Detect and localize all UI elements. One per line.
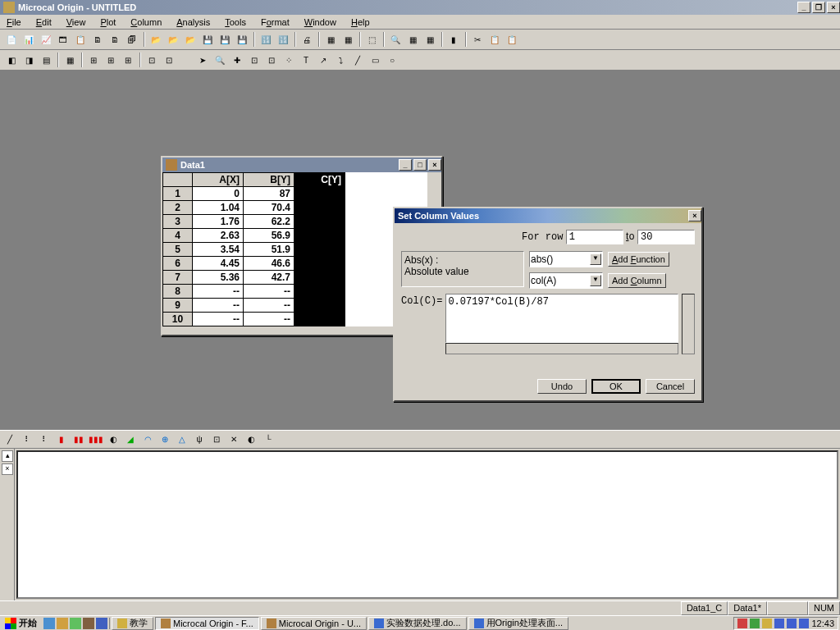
cell-b[interactable]: 56.9 [244, 229, 294, 243]
results-tab-x[interactable]: × [2, 463, 13, 475]
tb-new8[interactable]: 🗐 [124, 31, 140, 48]
results-text[interactable] [16, 450, 838, 599]
tb-misc6[interactable]: ▮ [445, 31, 462, 48]
tb-cross[interactable]: ✚ [229, 52, 245, 68]
tb-zoom[interactable]: 🔍 [387, 31, 404, 48]
cell-a[interactable]: 1.76 [193, 215, 244, 229]
gt-line[interactable]: ╱ [2, 431, 18, 448]
tb2-1[interactable]: ◧ [3, 52, 20, 68]
row-header[interactable]: 4 [163, 229, 193, 243]
tb-misc5[interactable]: ▦ [422, 31, 438, 48]
col-header-b[interactable]: B[Y] [244, 173, 294, 187]
tb-new7[interactable]: 🗎 [107, 31, 123, 48]
cell-b[interactable]: 62.2 [244, 215, 294, 229]
dw-minimize[interactable]: _ [399, 159, 412, 171]
tb2-4[interactable]: ▦ [62, 52, 78, 68]
system-tray[interactable]: 12:43 [733, 617, 838, 630]
tray-icon-4[interactable] [774, 619, 784, 628]
tb-reader[interactable]: ⊡ [246, 52, 262, 68]
add-function-button[interactable]: Add Function [608, 252, 669, 267]
dialog-close[interactable]: × [688, 210, 701, 221]
taskbar-item-2[interactable]: Microcal Origin - U... [261, 617, 367, 630]
tb-sort[interactable]: 🔢 [258, 31, 274, 48]
tb-new5[interactable]: 📋 [72, 31, 89, 48]
row-header[interactable]: 9 [163, 299, 193, 313]
gt-box[interactable]: ⊡ [208, 431, 225, 448]
row-header[interactable]: 5 [163, 243, 193, 257]
menu-file[interactable]: File [3, 17, 25, 27]
ql-4-icon[interactable] [83, 618, 94, 629]
tb-open3[interactable]: 📂 [182, 31, 199, 48]
tb-arrow[interactable]: ↗ [315, 52, 331, 68]
cell-a[interactable]: 4.45 [193, 257, 244, 271]
row-header[interactable]: 2 [163, 201, 193, 215]
cell-c[interactable] [294, 243, 345, 257]
row-header[interactable]: 7 [163, 271, 193, 285]
cell-c[interactable] [294, 271, 345, 285]
tb-reader3[interactable]: ⁘ [281, 52, 297, 68]
cell-c[interactable] [294, 187, 345, 201]
ql-5-icon[interactable] [96, 618, 107, 629]
close-button[interactable]: × [827, 2, 840, 13]
tb2-7[interactable]: ⊞ [120, 52, 136, 68]
cell-a[interactable]: -- [193, 299, 244, 313]
cell-c[interactable] [294, 201, 345, 215]
cell-b[interactable]: -- [244, 313, 294, 326]
tb-new2[interactable]: 📊 [21, 31, 37, 48]
cell-a[interactable]: 3.54 [193, 243, 244, 257]
tb-save[interactable]: 💾 [199, 31, 216, 48]
cancel-button[interactable]: Cancel [646, 379, 695, 394]
row-header[interactable]: 3 [163, 215, 193, 229]
row-header[interactable]: 1 [163, 187, 193, 201]
add-column-button[interactable]: Add Column [608, 273, 666, 288]
menu-help[interactable]: Help [348, 17, 373, 27]
cell-b[interactable]: -- [244, 299, 294, 313]
gt-misc1[interactable]: ✕ [226, 431, 242, 448]
tb-new4[interactable]: 🗔 [55, 31, 71, 48]
ql-2-icon[interactable] [57, 618, 68, 629]
gt-scatter[interactable]: ⠇ [19, 431, 35, 448]
tray-icon-5[interactable] [787, 619, 797, 628]
tb-paste[interactable]: 📋 [504, 31, 520, 48]
tb-new6[interactable]: 🗎 [89, 31, 106, 48]
cell-c[interactable] [294, 215, 345, 229]
taskbar-item-0[interactable]: 教学 [112, 617, 153, 630]
tb-text[interactable]: T [298, 52, 314, 68]
tb-print[interactable]: 🖨 [299, 31, 315, 48]
cell-c[interactable] [294, 313, 345, 326]
cell-b[interactable]: -- [244, 285, 294, 299]
expr-vscroll[interactable] [682, 294, 695, 354]
dialog-titlebar[interactable]: Set Column Values × [395, 208, 701, 223]
gt-area[interactable]: ◢ [122, 431, 139, 448]
menu-analysis[interactable]: Analysis [173, 17, 213, 27]
tb2-5[interactable]: ⊞ [85, 52, 102, 68]
cell-b[interactable]: 87 [244, 187, 294, 201]
tb-curve[interactable]: ⤵ [332, 52, 349, 68]
gt-hist[interactable]: ψ [191, 431, 208, 448]
tb-pointer[interactable]: ➤ [194, 52, 211, 68]
function-select[interactable]: abs()▼ [529, 251, 603, 267]
row-from-input[interactable] [566, 230, 623, 244]
tb-save2[interactable]: 💾 [217, 31, 233, 48]
col-header-a[interactable]: A[X] [193, 173, 244, 187]
cell-a[interactable]: 2.63 [193, 229, 244, 243]
menu-view[interactable]: View [63, 17, 89, 27]
cell-a[interactable]: 5.36 [193, 271, 244, 285]
row-header[interactable]: 10 [163, 313, 193, 326]
dw-maximize[interactable]: □ [413, 159, 427, 171]
row-to-input[interactable] [637, 230, 695, 244]
gt-ternary[interactable]: △ [174, 431, 190, 448]
restore-button[interactable]: ❐ [812, 2, 825, 13]
cell-b[interactable]: 51.9 [244, 243, 294, 257]
gt-misc3[interactable]: └ [260, 431, 276, 448]
tb-circle[interactable]: ○ [384, 52, 400, 68]
start-button[interactable]: 开始 [2, 617, 40, 629]
tb-misc3[interactable]: ⬚ [363, 31, 380, 48]
dw-close[interactable]: × [428, 159, 441, 171]
expr-hscroll[interactable] [445, 343, 678, 354]
cell-a[interactable]: -- [193, 313, 244, 326]
tb-misc1[interactable]: ▦ [322, 31, 339, 48]
tb-rect[interactable]: ▭ [367, 52, 383, 68]
menu-column[interactable]: Column [127, 17, 165, 27]
tray-icon-2[interactable] [750, 619, 760, 628]
